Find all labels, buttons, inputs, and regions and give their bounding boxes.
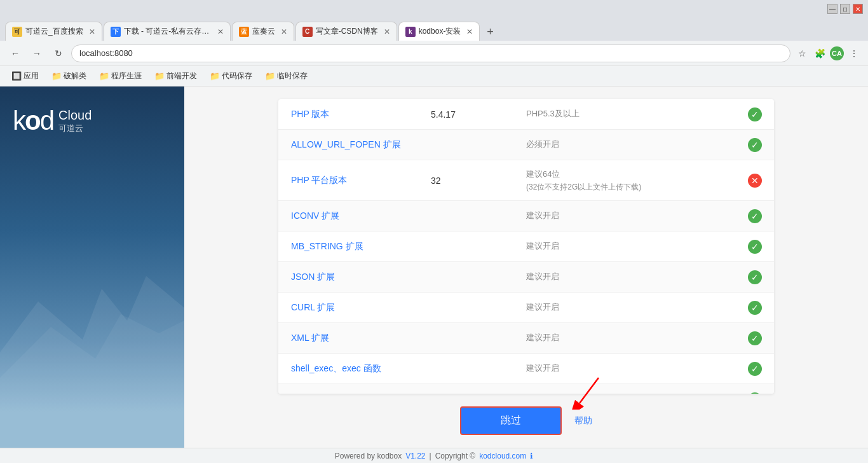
tabs-bar: 可 可道云_百度搜索 ✕ 下 下载 - 可道云-私有云存储&协作... ✕ 蓝 … (0, 18, 868, 41)
bookmark-crack-label: 破解类 (64, 71, 86, 81)
title-bar: — □ ✕ (0, 0, 868, 18)
footer-copyright: Copyright © (435, 452, 476, 460)
menu-button[interactable]: ⋮ (846, 46, 862, 61)
bookmark-temp-save[interactable]: 📁 临时保存 (260, 69, 313, 83)
check-status-xml: ✓ (736, 324, 774, 353)
maximize-button[interactable]: □ (840, 4, 850, 14)
logo-cloud-area: Cloud 可道云 (58, 108, 92, 134)
tab-close-baidu[interactable]: ✕ (89, 27, 95, 36)
check-desc-shell-exec: 建议开启 (520, 355, 736, 382)
tab-lanzou[interactable]: 蓝 蓝奏云 ✕ (232, 22, 294, 41)
footer-info-icon[interactable]: ℹ (530, 452, 533, 460)
footer: Powered by kodbox V1.22 | Copyright © ko… (0, 448, 868, 463)
forward-button[interactable]: → (28, 45, 46, 62)
skip-button[interactable]: 跳过 (460, 406, 562, 435)
tab-close-kodbox[interactable]: ✕ (466, 27, 473, 36)
tab-label-lanzou: 蓝奏云 (252, 26, 275, 37)
apps-folder-icon: 🔲 (11, 71, 22, 81)
check-value-allow-url-fopen (424, 137, 520, 153)
check-name-php-platform: PHP 平台版本 (278, 167, 424, 194)
extensions-button[interactable]: 🧩 (812, 46, 827, 61)
bookmark-frontend-label: 前端开发 (166, 71, 197, 81)
back-button[interactable]: ← (6, 45, 24, 62)
bookmark-crack[interactable]: 📁 破解类 (46, 69, 92, 83)
status-ok-icon-2: ✓ (748, 138, 762, 152)
tab-label-csdn: 写文章-CSDN博客 (316, 26, 378, 37)
logo-area: kod Cloud 可道云 (13, 106, 92, 136)
tab-kodcloud-download[interactable]: 下 下载 - 可道云-私有云存储&协作... ✕ (104, 22, 231, 41)
tab-close-download[interactable]: ✕ (217, 27, 224, 36)
frontend-folder-icon: 📁 (154, 71, 165, 81)
svg-line-2 (580, 378, 599, 403)
check-status-curl: ✓ (736, 293, 774, 322)
check-name-json: JSON 扩展 (278, 264, 424, 291)
svg-marker-0 (0, 276, 184, 448)
check-desc-json: 建议开启 (520, 263, 736, 290)
skip-button-container: 跳过 (460, 406, 562, 435)
check-value-xml (424, 331, 520, 346)
sidebar: kod Cloud 可道云 (0, 86, 184, 448)
bookmark-star-button[interactable]: ☆ (794, 46, 810, 61)
tab-icon-baidu: 可 (12, 27, 22, 37)
check-row-mbstring: MB_STRING 扩展 建议开启 ✓ (278, 232, 774, 262)
tab-icon-lanzou: 蓝 (239, 27, 249, 37)
logo-cloud-text: Cloud (58, 108, 92, 123)
check-value-php-version: 5.4.17 (424, 102, 520, 127)
close-button[interactable]: ✕ (853, 4, 863, 14)
check-row-curl: CURL 扩展 建议开启 ✓ (278, 293, 774, 323)
bookmark-code-save[interactable]: 📁 代码保存 (205, 69, 257, 83)
bookmark-program-life[interactable]: 📁 程序生涯 (94, 69, 147, 83)
logo-k: k (13, 106, 25, 135)
tab-icon-kodbox: k (405, 27, 416, 37)
temp-folder-icon: 📁 (265, 71, 275, 81)
program-folder-icon: 📁 (99, 71, 109, 81)
footer-site: kodcloud.com (479, 452, 526, 460)
check-desc-curl: 建议开启 (520, 294, 736, 321)
title-bar-buttons: — □ ✕ (827, 4, 863, 14)
check-row-xml: XML 扩展 建议开启 ✓ (278, 323, 774, 354)
svg-marker-1 (0, 314, 184, 448)
refresh-button[interactable]: ↻ (50, 45, 67, 62)
tab-kodbox-install[interactable]: k kodbox-安装 ✕ (398, 22, 480, 41)
check-status-php-platform: ✕ (736, 166, 774, 195)
check-status-allow-url-fopen: ✓ (736, 130, 774, 160)
status-err-icon: ✕ (748, 174, 762, 188)
check-status-gd: ✓ (736, 385, 774, 394)
nav-actions: ☆ 🧩 CA ⋮ (794, 46, 862, 61)
check-panel: PHP 版本 5.4.17 PHP5.3及以上 ✓ ALLOW_URL_FOPE… (278, 99, 774, 394)
help-link[interactable]: 帮助 (574, 415, 592, 427)
check-value-gd (424, 392, 520, 394)
main-install-content: PHP 版本 5.4.17 PHP5.3及以上 ✓ ALLOW_URL_FOPE… (184, 86, 868, 448)
check-desc-xml: 建议开启 (520, 324, 736, 351)
check-desc-mbstring: 建议开启 (520, 233, 736, 259)
status-ok-icon-3: ✓ (748, 209, 762, 223)
check-row-gd: GD 扩展 建议开启 ✓ (278, 384, 774, 394)
profile-button[interactable]: CA (830, 46, 844, 60)
check-status-iconv: ✓ (736, 202, 774, 231)
address-bar[interactable]: localhost:8080 (71, 45, 790, 62)
new-tab-button[interactable]: + (481, 23, 499, 41)
check-status-php-version: ✓ (736, 100, 774, 129)
tab-label-kodbox: kodbox-安装 (419, 26, 461, 37)
check-desc-iconv: 建议开启 (520, 202, 736, 229)
footer-separator: | (430, 452, 431, 460)
bookmark-apps-label: 应用 (24, 71, 39, 81)
check-value-curl (424, 300, 520, 315)
tab-baidu-search[interactable]: 可 可道云_百度搜索 ✕ (5, 22, 102, 41)
tab-csdn[interactable]: C 写文章-CSDN博客 ✕ (295, 22, 397, 41)
bookmark-frontend[interactable]: 📁 前端开发 (149, 69, 202, 83)
check-row-iconv: ICONV 扩展 建议开启 ✓ (278, 201, 774, 232)
crack-folder-icon: 📁 (51, 71, 62, 81)
check-desc-gd: 建议开启 (520, 385, 736, 394)
minimize-button[interactable]: — (827, 4, 837, 14)
tab-icon-download: 下 (111, 27, 121, 37)
tab-close-csdn[interactable]: ✕ (384, 27, 390, 36)
tab-label-baidu: 可道云_百度搜索 (25, 26, 83, 37)
check-row-json: JSON 扩展 建议开启 ✓ (278, 262, 774, 293)
bookmark-apps[interactable]: 🔲 应用 (6, 69, 44, 83)
tab-close-lanzou[interactable]: ✕ (281, 27, 287, 36)
arrow-indicator (567, 375, 605, 410)
check-name-iconv: ICONV 扩展 (278, 203, 424, 230)
check-name-mbstring: MB_STRING 扩展 (278, 233, 424, 260)
page-content: kod Cloud 可道云 PHP 版本 5.4 (0, 86, 868, 448)
